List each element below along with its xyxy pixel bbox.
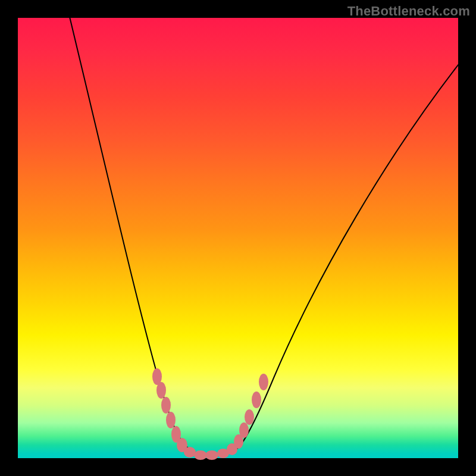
bottleneck-curve	[68, 12, 467, 455]
curve-marker	[194, 450, 207, 460]
curve-marker	[166, 412, 176, 428]
curve-marker	[259, 374, 268, 390]
curve-marker	[252, 392, 261, 408]
curve-marker	[205, 450, 218, 460]
curve-marker	[161, 397, 171, 414]
curve-marker	[239, 422, 249, 438]
chart-plot-area	[18, 18, 458, 458]
curve-markers	[152, 368, 268, 460]
curve-marker	[156, 382, 166, 399]
curve-marker	[245, 409, 254, 425]
chart-svg	[18, 18, 458, 458]
curve-marker	[184, 447, 196, 458]
watermark-label: TheBottleneck.com	[347, 4, 470, 19]
